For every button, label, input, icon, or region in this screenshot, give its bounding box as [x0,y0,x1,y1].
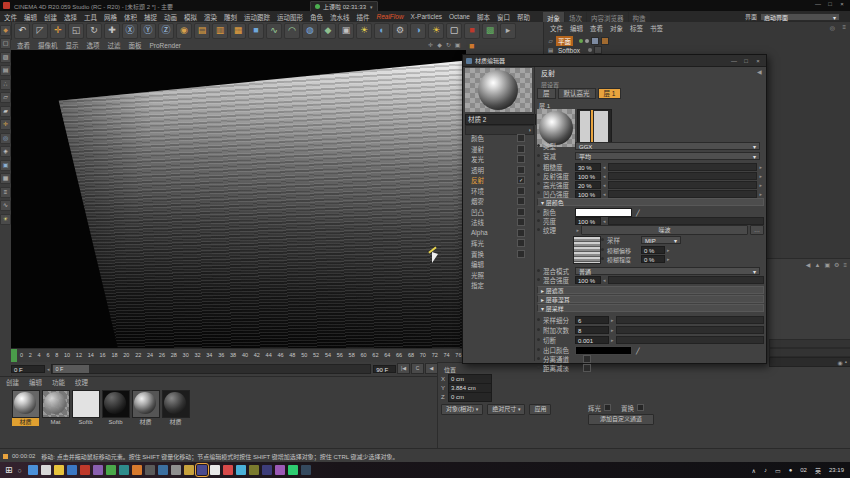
eyedropper-icon[interactable]: ╱ [636,347,640,354]
channel-row[interactable]: 透明 [463,165,534,176]
gear-icon[interactable]: ⚙ [834,261,839,268]
menu-item[interactable]: 帮助 [517,12,530,22]
channel-row[interactable]: 颜色 [463,133,534,144]
pen-icon[interactable]: ∿ [266,23,282,39]
locked-workplane-icon[interactable]: ▦ [0,173,11,184]
material-menu-item[interactable]: 纹理 [75,377,88,387]
zoom-view-icon[interactable]: ◆ [435,41,444,49]
channel-row[interactable]: 烟雾 [463,196,534,207]
material-item[interactable]: 材质 [12,390,39,426]
render-settings-icon[interactable]: ▦ [230,23,246,39]
menu-item[interactable]: 编辑 [24,12,37,22]
taskbar-app-icon[interactable] [184,465,194,475]
material-item[interactable]: 材质 [162,390,189,426]
compositing-tag-icon[interactable] [594,46,602,54]
timeline-ruler[interactable]: 0246810121416182022242628303234363840424… [11,348,466,363]
taskbar-app-icon[interactable] [262,465,272,475]
display-half-icon[interactable]: ◑ [410,23,426,39]
material-preview[interactable] [465,68,532,112]
menu-item[interactable]: 角色 [310,12,323,22]
menu-item[interactable]: 工具 [84,12,97,22]
coordinate-button[interactable]: 绝对尺寸 ▾ [487,404,525,415]
type-dropdown[interactable]: GGX▾ [575,142,760,150]
viewport-menu-item[interactable]: 显示 [66,40,79,50]
channel-row[interactable]: 光照 [463,270,534,281]
search-icon[interactable]: ○ [18,467,22,474]
exit-color-swatch[interactable] [575,346,632,355]
distance-dim-checkbox[interactable] [583,364,591,372]
viewport-menu-item[interactable]: 面板 [129,40,142,50]
wireframe-icon[interactable]: ▩ [482,23,498,39]
coordinate-system-icon[interactable]: ◉ [176,23,192,39]
section-header[interactable]: ▸ 层遮罩 [537,286,764,294]
menu-item[interactable]: 动画 [164,12,177,22]
taskbar-app-icon[interactable] [132,465,142,475]
menu-item[interactable]: RealFlow [377,13,404,20]
menu-item[interactable]: 插件 [357,12,370,22]
add-custom-channel-button[interactable]: 添加自定义通道 [588,414,654,425]
search-icon[interactable]: ◎ [830,24,835,31]
brush-icon[interactable]: ∿ [0,200,11,211]
attribute-field[interactable]: ◉ ▪ [769,357,850,367]
taskbar-app-icon[interactable] [67,465,77,475]
menu-item[interactable]: 模拟 [184,12,197,22]
menu-item[interactable]: 脚本 [477,12,490,22]
dialog-title-bar[interactable]: 材质编辑器 — □ × [463,55,766,67]
object-row[interactable]: ▱ 平面 [547,37,850,45]
viewport-menu-item[interactable]: ProRender [150,42,181,49]
enable-snap-icon[interactable]: ◈ [0,146,11,157]
mix-mode-dropdown[interactable]: 普通▾ [575,267,760,275]
gear-icon[interactable]: ⚙ [392,23,408,39]
blur-offset-field[interactable]: 0 % [641,246,665,254]
viewport-solo-icon[interactable]: ◎ [0,133,11,144]
material-menu-item[interactable]: 创建 [6,377,19,387]
maximize-button[interactable]: □ [824,1,836,7]
layer-color-section[interactable]: ▾ 层颜色 [537,198,764,206]
lock-icon[interactable]: ▣ [824,261,830,268]
material-item[interactable]: Softb [72,390,99,426]
frame-slider[interactable]: 0 F [51,364,371,374]
material-item[interactable]: Softb [102,390,129,426]
texture-mode-icon[interactable]: ▨ [0,52,11,63]
mix-strength-track[interactable] [608,276,764,284]
taskbar-app-icon[interactable] [145,465,155,475]
brightness-track[interactable] [608,217,764,225]
taskbar-app-icon[interactable] [223,465,233,475]
stop-red-icon[interactable]: ■ [464,23,480,39]
workplane-icon[interactable]: ▣ [0,160,11,171]
taskbar-app-icon[interactable] [158,465,168,475]
section-header[interactable]: ▾ 层采样 [537,304,764,312]
reflection-layer-tab[interactable]: 默认高光 [558,88,596,99]
sun-icon[interactable]: ☀ [428,23,444,39]
menu-item[interactable]: 创建 [44,12,57,22]
taskbar-app-icon[interactable] [288,465,298,475]
material-item[interactable]: Mat [42,390,69,426]
texture-button[interactable]: 噪波 [581,225,748,235]
phong-tag-icon[interactable] [591,37,599,45]
coordinate-input[interactable]: 0 cm [448,392,492,402]
viewport-menu-item[interactable]: 选项 [87,40,100,50]
frame-step-icon[interactable]: ◂ [47,366,50,372]
interface-dropdown[interactable]: 启动界面▾ [760,13,840,21]
start-button[interactable]: ⊞ [5,465,13,475]
taskbar-app-icon[interactable] [80,465,90,475]
menu-item[interactable]: 运动跟踪 [244,12,270,22]
material-name-field[interactable]: 材质 2 [465,114,536,125]
points-mode-icon[interactable]: ∴ [0,79,11,90]
slider-track[interactable] [608,181,758,189]
move-tool-icon[interactable]: ✛ [50,23,66,39]
channel-checkbox[interactable]: 置换 [621,403,644,413]
object-manager-menu-item[interactable]: 文件 [550,23,563,33]
sampling-value-field[interactable]: 8 [575,326,609,334]
channel-row[interactable]: 辉光 [463,238,534,249]
object-manager-menu-item[interactable]: 查看 [590,23,603,33]
close-button[interactable]: × [836,1,848,7]
taskbar-app-icon[interactable] [236,465,246,475]
object-manager-menu-item[interactable]: 编辑 [570,23,583,33]
menu-item[interactable]: 捕捉 [144,12,157,22]
object-row[interactable]: ▤ Softbox [547,46,850,54]
menu-item[interactable]: 窗口 [497,12,510,22]
taskbar-app-icon[interactable] [210,465,220,475]
menu-item[interactable]: X-Particles [411,13,442,20]
taskbar-app-icon[interactable] [171,465,181,475]
